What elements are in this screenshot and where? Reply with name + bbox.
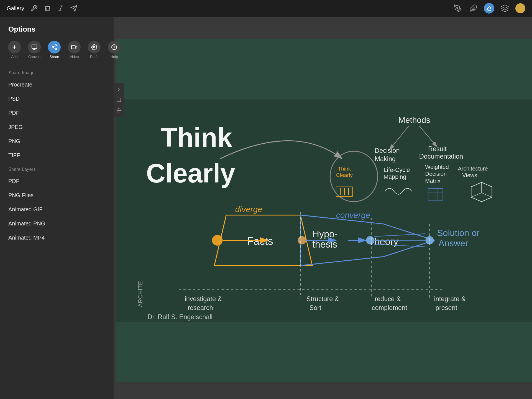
svg-text:Making: Making <box>375 155 396 162</box>
svg-point-5 <box>457 7 458 9</box>
share-image-header: Share Image <box>0 66 114 78</box>
side-tool-arrow[interactable] <box>115 85 123 93</box>
chalkboard-svg: Think Clearly Methods Decision Making Re… <box>116 39 532 382</box>
svg-text:Views: Views <box>462 172 477 179</box>
svg-text:reduce &: reduce & <box>375 295 401 303</box>
svg-text:Solution or: Solution or <box>437 228 480 238</box>
svg-text:Clearly: Clearly <box>146 158 235 188</box>
canvas-label: Canvas <box>28 55 40 59</box>
side-tool-move[interactable] <box>115 106 123 115</box>
prefs-button[interactable]: Prefs <box>85 39 103 60</box>
svg-text:Clearly: Clearly <box>336 172 353 178</box>
menu-item-animated-gif[interactable]: Animated GIF <box>0 202 114 217</box>
svg-text:Think: Think <box>338 166 351 172</box>
prefs-label: Prefs <box>90 55 98 59</box>
svg-marker-8 <box>502 5 508 9</box>
svg-rect-83 <box>32 45 37 49</box>
svg-text:Dr. Ralf S. Engelschall: Dr. Ralf S. Engelschall <box>148 313 213 321</box>
wrench-icon[interactable] <box>30 4 39 13</box>
canvas-image: Think Clearly Methods Decision Making Re… <box>116 39 532 382</box>
canvas-icon <box>28 41 41 54</box>
style-icon[interactable] <box>56 4 65 13</box>
svg-point-50 <box>298 236 306 245</box>
svg-point-53 <box>366 236 374 245</box>
side-tool-square[interactable] <box>115 96 123 104</box>
svg-text:diverge: diverge <box>235 205 262 214</box>
menu-item-animated-png[interactable]: Animated PNG <box>0 217 114 231</box>
svg-text:Result: Result <box>428 145 447 153</box>
video-label: Video <box>70 55 79 59</box>
side-tools <box>114 83 124 117</box>
svg-text:Architecture: Architecture <box>458 166 488 172</box>
eraser-icon[interactable] <box>484 3 494 14</box>
modify-icon[interactable] <box>43 4 52 13</box>
svg-point-86 <box>55 45 57 46</box>
menu-item-animated-mp4[interactable]: Animated MP4 <box>0 231 114 245</box>
layers-icon[interactable] <box>500 3 510 13</box>
svg-text:research: research <box>188 304 213 311</box>
menu-item-pdf-image[interactable]: PDF <box>0 106 114 120</box>
menu-item-psd[interactable]: PSD <box>0 92 114 106</box>
video-button[interactable]: Video <box>65 39 83 60</box>
svg-text:Sort: Sort <box>309 304 321 311</box>
svg-text:Structure &: Structure & <box>306 295 339 303</box>
svg-text:converge: converge <box>336 210 370 220</box>
pen-tool-icon[interactable] <box>453 3 463 13</box>
canvas-button[interactable]: Canvas <box>25 39 43 60</box>
add-label: Add <box>11 55 17 59</box>
svg-text:Documentation: Documentation <box>419 153 463 160</box>
svg-point-93 <box>93 46 95 48</box>
svg-text:Facts: Facts <box>247 235 273 247</box>
share-layers-header: Share Layers <box>0 162 114 174</box>
video-icon <box>68 41 81 54</box>
avatar[interactable] <box>515 3 525 13</box>
menu-item-pdf-layers[interactable]: PDF <box>0 174 114 188</box>
svg-text:investigate &: investigate & <box>185 295 222 303</box>
send-icon[interactable] <box>70 4 78 13</box>
svg-text:integrate &: integrate & <box>434 295 466 303</box>
svg-rect-92 <box>71 45 75 49</box>
svg-text:Answer: Answer <box>439 238 468 248</box>
svg-text:Matrix: Matrix <box>425 178 440 184</box>
add-button[interactable]: Add <box>6 39 23 60</box>
svg-line-89 <box>53 47 55 49</box>
menu-item-procreate[interactable]: Procreate <box>0 78 114 92</box>
add-icon <box>8 41 21 54</box>
svg-text:Hypo-: Hypo- <box>312 229 337 239</box>
top-bar-tools <box>30 4 78 13</box>
svg-line-90 <box>53 46 55 47</box>
share-button[interactable]: Share <box>45 39 63 60</box>
menu-item-png-files[interactable]: PNG Files <box>0 188 114 202</box>
top-bar-right <box>453 3 525 14</box>
svg-line-2 <box>60 6 62 11</box>
share-label: Share <box>50 55 59 59</box>
menu-item-png[interactable]: PNG <box>0 134 114 148</box>
svg-text:Think: Think <box>161 123 232 152</box>
top-bar: Gallery <box>0 0 532 17</box>
gallery-button[interactable]: Gallery <box>7 5 24 12</box>
help-button[interactable]: Help <box>105 39 123 60</box>
menu-item-jpeg[interactable]: JPEG <box>0 120 114 134</box>
icon-button-row: Add Canvas Share <box>0 39 114 66</box>
svg-point-87 <box>52 46 54 48</box>
options-title: Options <box>0 22 114 39</box>
svg-marker-91 <box>75 46 77 48</box>
marker-icon[interactable] <box>468 3 478 13</box>
svg-text:Life-Cycle: Life-Cycle <box>383 167 410 173</box>
menu-item-tiff[interactable]: TIFF <box>0 148 114 162</box>
svg-text:Weighted: Weighted <box>425 164 449 170</box>
chalkboard: Think Clearly Methods Decision Making Re… <box>116 39 532 382</box>
share-icon <box>48 41 61 54</box>
help-label: Help <box>111 55 118 59</box>
svg-text:present: present <box>436 304 457 311</box>
prefs-icon <box>88 41 101 54</box>
svg-text:ARCHITE: ARCHITE <box>137 281 144 307</box>
options-panel: Options Add Canvas <box>0 17 114 399</box>
svg-text:Decision: Decision <box>425 171 447 177</box>
svg-point-88 <box>55 48 57 50</box>
svg-text:Methods: Methods <box>398 115 430 124</box>
svg-text:complement: complement <box>372 304 407 311</box>
svg-point-45 <box>212 235 223 246</box>
svg-rect-78 <box>117 98 121 102</box>
svg-text:Mapping: Mapping <box>383 174 406 180</box>
